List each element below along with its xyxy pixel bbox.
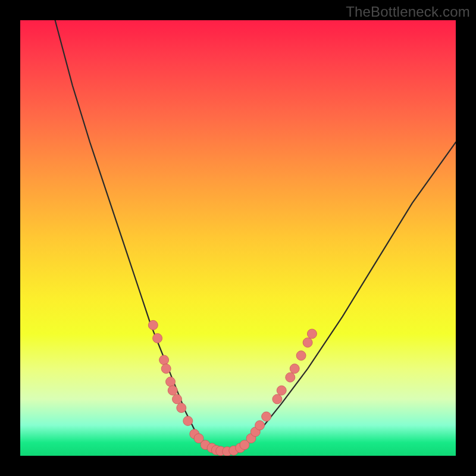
chart-svg bbox=[20, 20, 456, 456]
data-point bbox=[183, 416, 193, 425]
data-point bbox=[153, 333, 162, 343]
bottleneck-curve bbox=[55, 20, 456, 452]
data-point bbox=[161, 364, 171, 374]
plot-area bbox=[20, 20, 456, 456]
data-points bbox=[148, 320, 317, 456]
curve-path bbox=[55, 20, 456, 452]
data-point bbox=[277, 386, 286, 395]
data-point bbox=[168, 386, 177, 395]
data-point bbox=[303, 338, 312, 347]
data-point bbox=[166, 377, 176, 387]
data-point bbox=[173, 394, 182, 404]
data-point bbox=[177, 403, 186, 413]
chart-frame: TheBottleneck.com bbox=[0, 0, 476, 476]
data-point bbox=[286, 372, 295, 382]
data-point bbox=[255, 421, 265, 430]
data-point bbox=[290, 364, 299, 374]
data-point bbox=[307, 329, 317, 339]
watermark-text: TheBottleneck.com bbox=[346, 4, 470, 20]
data-point bbox=[262, 412, 271, 421]
data-point bbox=[296, 351, 306, 361]
data-point bbox=[273, 394, 282, 404]
data-point bbox=[148, 320, 158, 330]
data-point bbox=[159, 355, 169, 365]
